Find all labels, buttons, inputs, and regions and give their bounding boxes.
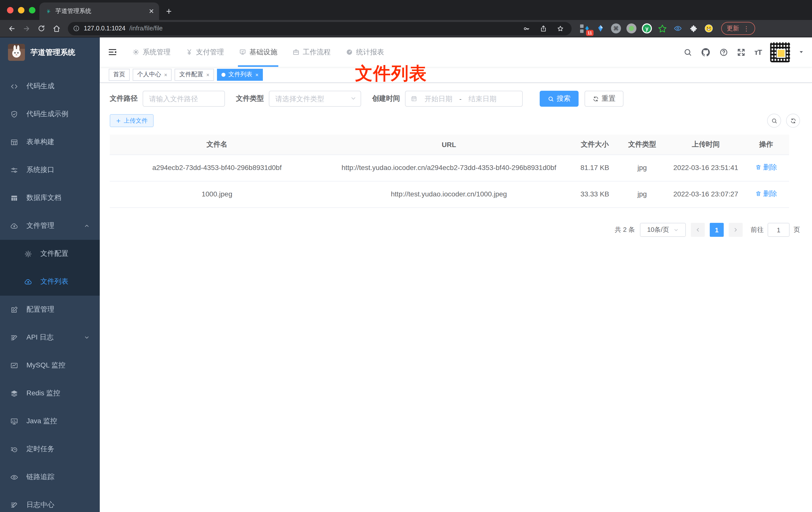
dot-extension-icon[interactable] — [626, 23, 637, 34]
sidebar-item-redis-monitor[interactable]: Redis 监控 — [0, 380, 100, 407]
password-key-icon[interactable] — [520, 22, 533, 35]
file-path-input[interactable] — [143, 91, 225, 107]
profile-avatar-emoji[interactable] — [703, 23, 714, 34]
header-search-icon[interactable] — [684, 48, 693, 57]
next-page-button[interactable] — [729, 223, 743, 237]
sidebar-item-label: 日志中心 — [26, 501, 90, 510]
sidebar-item-log-center[interactable]: 日志中心 — [0, 491, 100, 512]
help-icon[interactable] — [720, 48, 728, 57]
table-header-row: 文件名 URL 文件大小 文件类型 上传时间 操作 — [110, 134, 789, 155]
browser-tab[interactable]: 芋道管理系统 ✕ — [39, 2, 159, 20]
date-range-picker[interactable]: - — [405, 91, 523, 107]
tag-file-config[interactable]: 文件配置× — [175, 68, 214, 81]
nav-item-infrastructure[interactable]: 基础设施 — [235, 37, 281, 67]
tag-home[interactable]: 首页 — [109, 68, 130, 81]
browser-menu-icon[interactable]: ⋮ — [743, 25, 750, 32]
forward-button[interactable] — [20, 22, 33, 35]
kite-extension-icon[interactable] — [595, 23, 606, 34]
update-label: 更新 — [727, 24, 739, 33]
minimize-window-button[interactable] — [18, 7, 24, 13]
sidebar-item-code-gen-demo[interactable]: 代码生成示例 — [0, 100, 100, 128]
briefcase-icon — [292, 48, 300, 56]
table-toolbar: 上传文件 — [110, 114, 800, 128]
cell-url: http://test.yudao.iocoder.cn/a294ecb2-73… — [324, 155, 574, 181]
start-date-input[interactable] — [420, 95, 456, 103]
back-button[interactable] — [5, 22, 18, 35]
reload-button[interactable] — [35, 22, 48, 35]
prev-page-button[interactable] — [691, 223, 705, 237]
sidebar-item-label: Redis 监控 — [26, 389, 90, 398]
sidebar-item-api-log[interactable]: API 日志 — [0, 324, 100, 352]
cloud-upload-icon — [24, 277, 32, 286]
delete-button[interactable]: 删除 — [755, 162, 777, 173]
avatar-qr[interactable] — [770, 42, 790, 62]
tag-close-icon[interactable]: × — [206, 71, 209, 78]
home-button[interactable] — [50, 22, 63, 35]
sidebar-item-form-builder[interactable]: 表单构建 — [0, 128, 100, 156]
puzzle-extension-icon[interactable] — [688, 23, 699, 34]
tab-close-icon[interactable]: ✕ — [149, 7, 154, 15]
sidebar-item-label: 定时任务 — [26, 445, 90, 454]
col-header-type: 文件类型 — [616, 134, 668, 155]
zoom-window-button[interactable] — [29, 7, 35, 13]
sidebar-collapse-button[interactable] — [108, 48, 117, 57]
upload-file-button[interactable]: 上传文件 — [110, 114, 154, 127]
sidebar-item-file-config[interactable]: 文件配置 — [0, 240, 100, 268]
address-bar[interactable]: 127.0.0.1:1024/infra/file/file — [68, 22, 572, 35]
command-extension-icon[interactable]: ⌘ — [610, 23, 621, 34]
sidebar-item-label: 文件管理 — [26, 221, 76, 230]
close-window-button[interactable] — [7, 7, 13, 13]
tag-close-icon[interactable]: × — [164, 71, 167, 78]
table-row: a294ecb2-73dd-4353-bf40-296b8931d0bf htt… — [110, 155, 789, 181]
delete-button[interactable]: 删除 — [755, 188, 777, 199]
tags-view-bar: 首页 个人中心× 文件配置× 文件列表× — [100, 67, 812, 83]
browser-update-button[interactable]: 更新 ⋮ — [721, 22, 755, 35]
nav-item-label: 支付管理 — [196, 48, 224, 57]
cell-type: jpg — [616, 155, 668, 181]
refresh-table-button[interactable] — [786, 114, 800, 128]
fullscreen-icon[interactable] — [737, 48, 746, 57]
sidebar-item-file-list[interactable]: 文件列表 — [0, 268, 100, 296]
goto-page-input[interactable] — [767, 223, 789, 237]
sidebar-item-label: MySQL 监控 — [26, 361, 90, 370]
tag-file-list[interactable]: 文件列表× — [217, 68, 263, 81]
search-button[interactable]: 搜索 — [540, 91, 579, 107]
nav-item-system[interactable]: 系统管理 — [128, 37, 175, 67]
sidebar-item-tracing[interactable]: 链路追踪 — [0, 463, 100, 491]
github-icon[interactable] — [701, 47, 711, 57]
app-logo-row[interactable]: 芋道管理系统 — [0, 37, 100, 67]
eye-extension-icon[interactable] — [672, 23, 683, 34]
bookmark-star-icon[interactable] — [554, 22, 567, 35]
sidebar-item-mysql-monitor[interactable]: MySQL 监控 — [0, 352, 100, 380]
toggle-search-button[interactable] — [767, 114, 781, 128]
nav-item-workflow[interactable]: 工作流程 — [288, 37, 335, 67]
sidebar-item-config-management[interactable]: 配置管理 — [0, 296, 100, 324]
sidebar-item-code-gen[interactable]: 代码生成 — [0, 72, 100, 100]
sidebar-item-system-api[interactable]: 系统接口 — [0, 156, 100, 184]
tag-close-icon[interactable]: × — [255, 71, 259, 78]
share-icon[interactable] — [537, 22, 550, 35]
end-date-input[interactable] — [465, 95, 500, 103]
y-extension-icon[interactable]: y — [641, 23, 652, 34]
font-size-icon[interactable]: тT — [754, 48, 762, 56]
avatar-caret-icon[interactable] — [799, 49, 804, 55]
pinned-extension-icon[interactable]: 11 — [580, 23, 590, 34]
new-tab-button[interactable]: + — [166, 6, 172, 17]
nav-item-payment[interactable]: 支付管理 — [181, 37, 228, 67]
file-type-select[interactable] — [269, 91, 361, 107]
upload-button-label: 上传文件 — [124, 116, 148, 125]
sidebar-item-label: 表单构建 — [26, 138, 90, 147]
sidebar-item-file-management[interactable]: 文件管理 — [0, 212, 100, 240]
star-extension-icon[interactable] — [657, 23, 668, 34]
sidebar-item-scheduled-tasks[interactable]: 定时任务 — [0, 435, 100, 463]
page-number-active[interactable]: 1 — [710, 223, 724, 237]
sidebar-item-db-doc[interactable]: 数据库文档 — [0, 184, 100, 212]
reset-button[interactable]: 重置 — [585, 91, 624, 107]
chevron-left-icon — [695, 227, 701, 233]
gear-icon — [24, 249, 32, 258]
filter-form: 文件路径 文件类型 创建时间 - — [110, 91, 800, 107]
page-size-select[interactable]: 10条/页 — [640, 223, 686, 237]
tag-profile[interactable]: 个人中心× — [133, 68, 172, 81]
sidebar-item-java-monitor[interactable]: Java 监控 — [0, 407, 100, 435]
site-info-icon[interactable] — [73, 25, 80, 32]
